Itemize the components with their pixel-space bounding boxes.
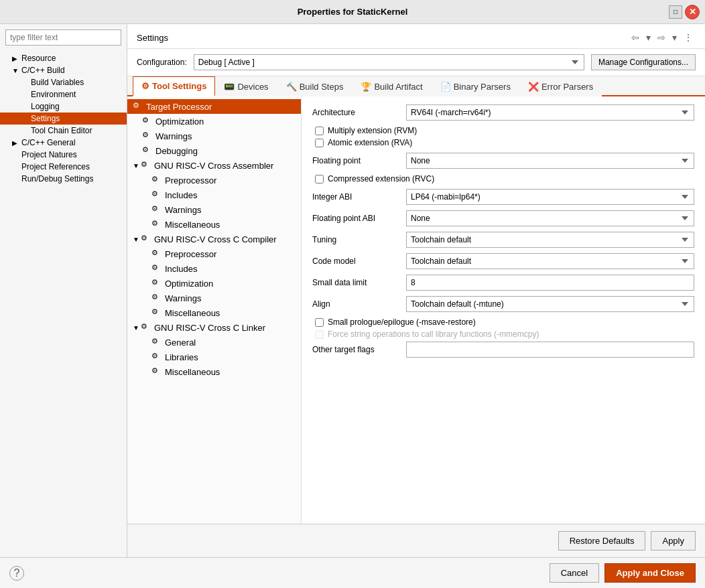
floating-point-label: Floating point [312, 156, 406, 165]
tool-tree-libraries-linker[interactable]: ⚙ Libraries [127, 350, 301, 364]
atomic-extension-label: Atomic extension (RVA) [328, 138, 412, 147]
tool-tree-preprocessor-asm[interactable]: ⚙ Preprocessor [127, 173, 301, 188]
floating-point-row: Floating point None Single-precision Dou… [312, 153, 694, 169]
sidebar-item-cpp-general[interactable]: ▶ C/C++ General [0, 137, 127, 149]
apply-and-close-button[interactable]: Apply and Close [604, 563, 696, 583]
tool-tree-target-processor[interactable]: ⚙ Target Processor [127, 99, 301, 114]
help-button[interactable]: ? [9, 566, 24, 581]
floating-point-select[interactable]: None Single-precision Double-precision [406, 153, 694, 169]
tool-tree-warnings-asm[interactable]: ⚙ Warnings [127, 202, 301, 217]
tool-tree-includes-c[interactable]: ⚙ Includes [127, 261, 301, 276]
config-bar: Configuration: Debug [ Active ] Release … [127, 49, 705, 76]
sidebar-item-resource[interactable]: ▶ Resource [0, 52, 127, 64]
tab-error-parsers[interactable]: ❌ Error Parsers [519, 76, 602, 96]
tool-tree-general-linker[interactable]: ⚙ General [127, 335, 301, 350]
floating-point-abi-select[interactable]: None Hard Soft [406, 210, 694, 226]
settings-title: Settings [137, 33, 168, 43]
arrow-icon: ▼ [12, 67, 21, 74]
tool-tree-gnu-linker-group[interactable]: ▼ ⚙ GNU RISC-V Cross C Linker [127, 320, 301, 335]
tab-binary-parsers[interactable]: 📄 Binary Parsers [432, 76, 519, 96]
sidebar-item-settings[interactable]: Settings [0, 113, 127, 125]
gear-icon: ⚙ [151, 190, 162, 200]
sidebar-item-logging[interactable]: Logging [0, 100, 127, 113]
tab-build-steps[interactable]: 🔨 Build Steps [277, 76, 352, 96]
atomic-extension-checkbox[interactable] [315, 139, 324, 147]
tool-tree-warnings[interactable]: ⚙ Warnings [127, 129, 301, 143]
code-model-select[interactable]: Toolchain default Medium Large [406, 253, 694, 269]
gear-icon: ⚙ [142, 116, 153, 127]
tool-tree-misc-asm[interactable]: ⚙ Miscellaneous [127, 217, 301, 232]
tool-tree-optimization-c[interactable]: ⚙ Optimization [127, 276, 301, 291]
tool-tree-debugging[interactable]: ⚙ Debugging [127, 143, 301, 158]
floating-point-abi-row: Floating point ABI None Hard Soft [312, 210, 694, 226]
forward-dropdown-button[interactable]: ▾ [669, 31, 680, 44]
footer-right-buttons: Cancel Apply and Close [550, 563, 696, 583]
multiply-extension-label: Multiply extension (RVM) [328, 126, 417, 135]
gear-icon: ⚙ [151, 337, 162, 348]
small-data-limit-input[interactable] [406, 275, 694, 291]
tool-tree-gnu-assembler-group[interactable]: ▼ ⚙ GNU RISC-V Cross Assembler [127, 158, 301, 173]
spacer [12, 175, 21, 183]
tool-tree: ⚙ Target Processor ⚙ Optimization ⚙ Warn… [127, 96, 302, 524]
footer-bar: ? Cancel Apply and Close [0, 557, 705, 588]
sidebar-item-project-natures[interactable]: Project Natures [0, 149, 127, 161]
gear-icon: ⚙ [151, 175, 162, 186]
architecture-label: Architecture [312, 108, 406, 117]
architecture-select[interactable]: RV64I (-march=rv64i*) RV32I (-march=rv32… [406, 104, 694, 121]
tool-tree-warnings-c[interactable]: ⚙ Warnings [127, 291, 301, 305]
atomic-extension-row: Atomic extension (RVA) [312, 138, 694, 147]
multiply-extension-checkbox[interactable] [315, 127, 324, 135]
sidebar-item-tool-chain-editor[interactable]: Tool Chain Editor [0, 125, 127, 137]
minimize-button[interactable]: □ [669, 5, 682, 19]
align-select[interactable]: Toolchain default (-mtune) None Custom [406, 296, 694, 312]
tool-tree-includes-asm[interactable]: ⚙ Includes [127, 188, 301, 202]
force-string-row: Force string operations to call library … [312, 329, 694, 339]
force-string-checkbox [315, 330, 324, 339]
build-artifact-icon: 🏆 [361, 82, 371, 92]
sidebar-item-project-references[interactable]: Project References [0, 161, 127, 173]
tool-tree-misc-c[interactable]: ⚙ Miscellaneous [127, 305, 301, 320]
arrow-icon: ▶ [12, 139, 21, 147]
tool-tree-preprocessor-c[interactable]: ⚙ Preprocessor [127, 246, 301, 261]
back-button[interactable]: ⇦ [629, 31, 642, 44]
integer-abi-select[interactable]: LP64 (-mabi=lp64*) ILP32 (-mabi=ilp32*) [406, 189, 694, 205]
config-select[interactable]: Debug [ Active ] Release [194, 54, 584, 70]
devices-icon: 📟 [224, 82, 235, 92]
tool-tree-gnu-c-compiler-group[interactable]: ▼ ⚙ GNU RISC-V Cross C Compiler [127, 232, 301, 246]
tuning-label: Tuning [312, 235, 406, 244]
other-target-flags-row: Other target flags [312, 342, 694, 358]
gear-icon: ⚙ [141, 160, 151, 171]
small-prologue-checkbox[interactable] [315, 318, 324, 327]
spacer [21, 91, 31, 98]
close-button[interactable]: ✕ [685, 5, 700, 19]
manage-configs-button[interactable]: Manage Configurations... [591, 54, 696, 70]
group-arrow-icon: ▼ [133, 324, 139, 332]
forward-button[interactable]: ⇨ [655, 31, 668, 44]
tab-build-artifact[interactable]: 🏆 Build Artifact [352, 76, 431, 96]
bottom-right-buttons: Restore Defaults Apply [558, 531, 696, 550]
align-row: Align Toolchain default (-mtune) None Cu… [312, 296, 694, 312]
compressed-extension-row: Compressed extension (RVC) [312, 174, 694, 183]
filter-input[interactable] [5, 29, 121, 46]
apply-button[interactable]: Apply [651, 531, 696, 550]
tool-tree-optimization[interactable]: ⚙ Optimization [127, 114, 301, 129]
sidebar-item-cpp-build[interactable]: ▼ C/C++ Build [0, 64, 127, 76]
tool-tree-misc-linker[interactable]: ⚙ Miscellaneous [127, 364, 301, 379]
cancel-button[interactable]: Cancel [550, 563, 599, 583]
gear-icon: ⚙ [142, 131, 153, 141]
restore-defaults-button[interactable]: Restore Defaults [558, 531, 646, 550]
small-prologue-label: Small prologue/epilogue (-msave-restore) [328, 317, 476, 327]
tuning-select[interactable]: Toolchain default Size Speed [406, 232, 694, 248]
sidebar-item-environment[interactable]: Environment [0, 88, 127, 100]
code-model-label: Code model [312, 256, 406, 266]
back-dropdown-button[interactable]: ▾ [643, 31, 653, 44]
menu-button[interactable]: ⋮ [681, 31, 696, 44]
spacer [21, 79, 31, 86]
tab-tool-settings[interactable]: ⚙ Tool Settings [133, 76, 215, 96]
compressed-extension-checkbox[interactable] [315, 175, 324, 183]
tab-devices[interactable]: 📟 Devices [215, 76, 277, 96]
other-target-flags-input[interactable] [406, 342, 694, 358]
sidebar-item-build-variables[interactable]: Build Variables [0, 76, 127, 88]
gear-icon: ⚙ [151, 352, 162, 362]
sidebar-item-run-debug[interactable]: Run/Debug Settings [0, 173, 127, 185]
